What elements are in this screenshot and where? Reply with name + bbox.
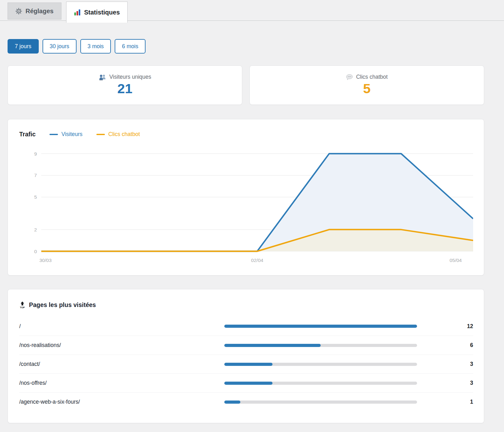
page-path: /nos-realisations/ bbox=[19, 342, 224, 349]
page-bar-track bbox=[224, 344, 417, 347]
page-visits-value: 6 bbox=[417, 342, 473, 349]
top-icon: TOP bbox=[19, 301, 26, 309]
speech-balloon-icon bbox=[346, 74, 353, 80]
chatbot-clicks-label-row: Clics chatbot bbox=[346, 74, 387, 80]
legend-swatch-visiteurs bbox=[49, 134, 58, 135]
chart-header: Trafic Visiteurs Clics chatbot bbox=[19, 131, 472, 138]
traffic-chart-card: Trafic Visiteurs Clics chatbot 0257930/0… bbox=[8, 119, 484, 276]
page-visits-value: 3 bbox=[417, 361, 473, 367]
traffic-line-chart: 0257930/0302/0405/04 bbox=[19, 141, 473, 264]
page-row: / 12 bbox=[19, 317, 473, 336]
svg-text:7: 7 bbox=[34, 173, 37, 178]
tab-statistiques[interactable]: Statistiques bbox=[66, 2, 128, 23]
stat-card-unique-visitors: Visiteurs uniques 21 bbox=[8, 65, 242, 105]
page-bar-fill bbox=[224, 401, 240, 404]
svg-text:9: 9 bbox=[34, 151, 37, 156]
chatbot-clicks-value: 5 bbox=[363, 81, 371, 96]
chatbot-clicks-label: Clics chatbot bbox=[356, 74, 387, 80]
gear-icon bbox=[15, 8, 22, 14]
unique-visitors-label: Visiteurs uniques bbox=[109, 74, 151, 80]
page-visits-value: 1 bbox=[417, 399, 473, 405]
tab-reglages[interactable]: Réglages bbox=[8, 3, 61, 20]
tab-bar: Réglages Statistiques bbox=[0, 0, 504, 23]
page-row: /nos-realisations/ 6 bbox=[19, 336, 473, 355]
page-bar-fill bbox=[224, 325, 417, 328]
page-bar-track bbox=[224, 325, 417, 328]
svg-text:05/04: 05/04 bbox=[450, 258, 462, 263]
top-pages-title-row: TOP Pages les plus visitées bbox=[19, 301, 473, 309]
bar-chart-icon bbox=[74, 9, 81, 16]
period-button-30-jours[interactable]: 30 jours bbox=[43, 39, 77, 54]
top-pages-title: Pages les plus visitées bbox=[29, 301, 96, 309]
page-bar-fill bbox=[224, 382, 272, 385]
page-path: /nos-offres/ bbox=[19, 380, 224, 386]
svg-text:TOP: TOP bbox=[20, 306, 25, 309]
chart-title: Trafic bbox=[19, 131, 36, 138]
legend-clics-chatbot: Clics chatbot bbox=[96, 131, 140, 138]
svg-text:02/04: 02/04 bbox=[251, 258, 263, 263]
legend-swatch-clics-chatbot bbox=[96, 134, 105, 135]
period-filter: 7 jours 30 jours 3 mois 6 mois bbox=[8, 39, 484, 54]
unique-visitors-value: 21 bbox=[117, 81, 133, 96]
top-pages-card: TOP Pages les plus visitées / 12 /nos-re… bbox=[8, 289, 484, 423]
legend-visiteurs: Visiteurs bbox=[49, 131, 83, 138]
main-content: 7 jours 30 jours 3 mois 6 mois Visiteurs… bbox=[8, 39, 484, 423]
svg-text:0: 0 bbox=[34, 249, 37, 254]
page-path: /contact/ bbox=[19, 361, 224, 367]
page-bar-track bbox=[224, 363, 417, 366]
page-row: /agence-web-a-six-fours/ 1 bbox=[19, 392, 473, 411]
top-pages-list: / 12 /nos-realisations/ 6 /contact/ 3 /n… bbox=[19, 317, 473, 411]
stat-card-chatbot-clicks: Clics chatbot 5 bbox=[249, 65, 484, 105]
tab-statistiques-label: Statistiques bbox=[84, 9, 120, 16]
stat-cards-row: Visiteurs uniques 21 Clics chatbot 5 bbox=[8, 65, 484, 105]
unique-visitors-label-row: Visiteurs uniques bbox=[99, 74, 151, 80]
page-bar-track bbox=[224, 382, 417, 385]
page-visits-value: 3 bbox=[417, 380, 473, 386]
period-button-7-jours[interactable]: 7 jours bbox=[8, 39, 39, 54]
period-button-6-mois[interactable]: 6 mois bbox=[115, 39, 146, 54]
page-path: / bbox=[19, 323, 224, 330]
page-row: /nos-offres/ 3 bbox=[19, 373, 473, 392]
legend-label-visiteurs: Visiteurs bbox=[61, 131, 83, 138]
page-bar-fill bbox=[224, 344, 321, 347]
svg-text:2: 2 bbox=[34, 227, 37, 232]
legend-label-clics-chatbot: Clics chatbot bbox=[108, 131, 140, 138]
period-button-3-mois[interactable]: 3 mois bbox=[80, 39, 111, 54]
people-icon bbox=[99, 74, 106, 80]
page-path: /agence-web-a-six-fours/ bbox=[19, 399, 224, 405]
page-visits-value: 12 bbox=[417, 323, 473, 330]
page-bar-track bbox=[224, 401, 417, 404]
svg-text:5: 5 bbox=[34, 194, 37, 200]
tab-reglages-label: Réglages bbox=[26, 8, 54, 15]
page-row: /contact/ 3 bbox=[19, 355, 473, 373]
svg-text:30/03: 30/03 bbox=[39, 258, 52, 263]
page-bar-fill bbox=[224, 363, 272, 366]
